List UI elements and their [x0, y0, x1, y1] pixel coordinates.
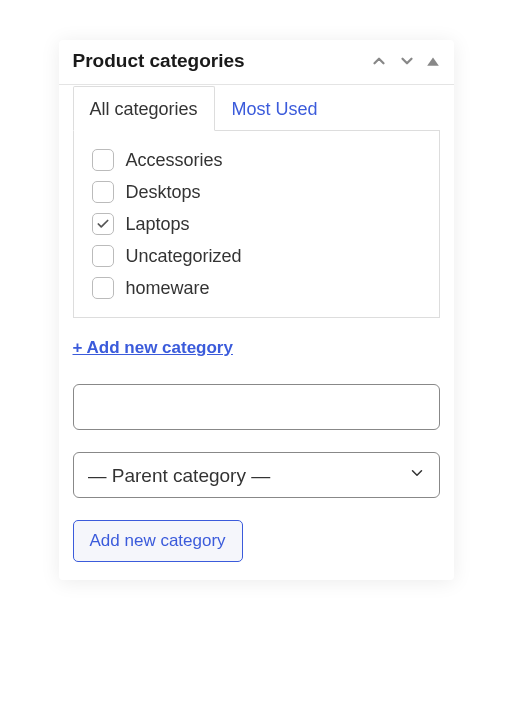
category-item: Desktops — [92, 181, 421, 203]
checkbox-homeware[interactable] — [92, 277, 114, 299]
add-new-category-link[interactable]: + Add new category — [73, 338, 233, 358]
collapse-triangle-icon[interactable] — [426, 54, 440, 68]
checkbox-accessories[interactable] — [92, 149, 114, 171]
parent-category-select-wrapper: — Parent category — — [73, 452, 440, 498]
category-label: Accessories — [126, 150, 223, 171]
category-label: Desktops — [126, 182, 201, 203]
tab-most-used[interactable]: Most Used — [215, 86, 335, 131]
tabs: All categories Most Used — [73, 85, 440, 131]
panel-header: Product categories — [59, 40, 454, 85]
category-list: Accessories Desktops Laptops Uncategoriz… — [73, 131, 440, 318]
checkbox-laptops[interactable] — [92, 213, 114, 235]
category-label: homeware — [126, 278, 210, 299]
category-item: Uncategorized — [92, 245, 421, 267]
chevron-down-icon[interactable] — [398, 52, 416, 70]
category-label: Uncategorized — [126, 246, 242, 267]
panel-controls — [370, 52, 440, 70]
add-new-category-button[interactable]: Add new category — [73, 520, 243, 562]
checkbox-uncategorized[interactable] — [92, 245, 114, 267]
category-item: homeware — [92, 277, 421, 299]
category-label: Laptops — [126, 214, 190, 235]
chevron-up-icon[interactable] — [370, 52, 388, 70]
panel-body: All categories Most Used Accessories Des… — [59, 85, 454, 580]
svg-marker-0 — [427, 58, 439, 66]
category-item: Accessories — [92, 149, 421, 171]
checkbox-desktops[interactable] — [92, 181, 114, 203]
new-category-input[interactable] — [73, 384, 440, 430]
tab-all-categories[interactable]: All categories — [73, 86, 215, 131]
product-categories-panel: Product categories All categories Most U… — [59, 40, 454, 580]
category-item: Laptops — [92, 213, 421, 235]
parent-category-select[interactable]: — Parent category — — [73, 452, 440, 498]
panel-title: Product categories — [73, 50, 245, 72]
